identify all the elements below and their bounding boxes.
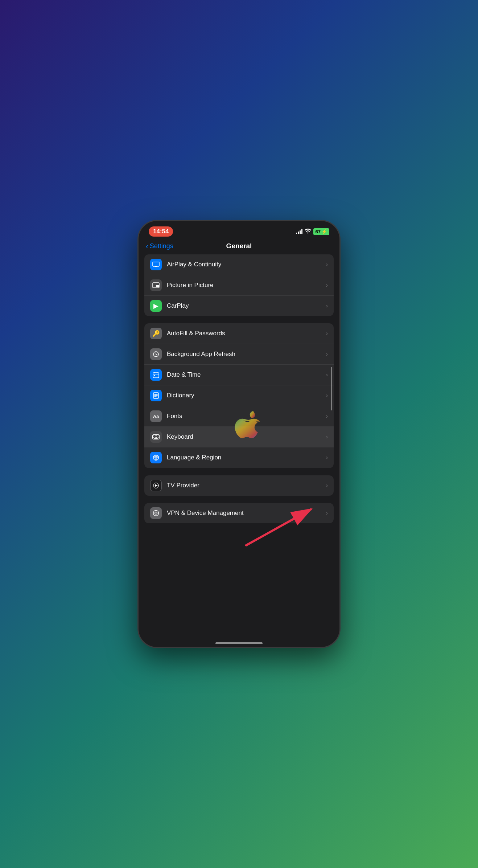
language-chevron: › [326,454,328,461]
settings-group-1: AirPlay & Continuity › Picture in Pictur… [144,254,334,316]
tv-provider-label: TV Provider [167,482,326,489]
svg-rect-4 [153,373,159,378]
status-bar: 14:54 67 ⚡ [139,221,339,240]
dictionary-chevron: › [326,392,328,399]
language-label: Language & Region [167,454,326,461]
dictionary-icon [150,390,162,401]
airplay-label: AirPlay & Continuity [167,261,326,268]
pip-icon [150,279,162,291]
keyboard-chevron: › [326,434,328,440]
back-button[interactable]: ‹ Settings [146,242,173,250]
phone-frame: 14:54 67 ⚡ [137,220,341,648]
settings-group-2: 🔑 AutoFill & Passwords › Background App … [144,323,334,468]
settings-content: AirPlay & Continuity › Picture in Pictur… [139,254,339,647]
scrollbar-track [331,323,332,468]
fonts-icon: Aa [150,410,162,422]
page-title: General [226,242,252,250]
svg-rect-10 [153,435,154,436]
background-refresh-chevron: › [326,351,328,357]
row-background-refresh[interactable]: Background App Refresh › [144,344,334,365]
settings-group-3: TV Provider › [144,475,334,496]
row-tv-provider[interactable]: TV Provider › [144,475,334,496]
tv-provider-icon [150,480,162,491]
airplay-chevron: › [326,261,328,268]
date-time-chevron: › [326,372,328,378]
vpn-icon [150,507,162,519]
nav-bar: ‹ Settings General [139,240,339,254]
pip-label: Picture in Picture [167,282,326,289]
svg-rect-2 [156,285,159,287]
svg-rect-16 [156,437,157,438]
settings-group-4: VPN & Device Management › [144,503,334,523]
back-label: Settings [150,242,173,250]
keyboard-label: Keyboard [167,433,326,441]
autofill-icon: 🔑 [150,328,162,339]
autofill-chevron: › [326,330,328,337]
scrollbar-thumb [331,367,332,410]
svg-rect-7 [154,375,155,376]
carplay-label: CarPlay [167,302,326,310]
vpn-label: VPN & Device Management [167,509,326,517]
date-time-icon [150,369,162,381]
svg-point-22 [155,512,157,514]
time-display: 14:54 [149,226,173,237]
background-refresh-icon [150,348,162,360]
wifi-icon [305,229,311,235]
chevron-left-icon: ‹ [146,242,148,250]
language-icon [150,452,162,463]
carplay-chevron: › [326,303,328,309]
fonts-label: Fonts [167,413,326,420]
background-refresh-label: Background App Refresh [167,351,326,358]
svg-rect-6 [157,372,157,373]
carplay-icon: ▶ [150,300,162,312]
fonts-chevron: › [326,413,328,419]
dictionary-label: Dictionary [167,392,326,399]
svg-rect-5 [154,372,155,373]
row-fonts[interactable]: Aa Fonts › [144,406,334,427]
row-language-region[interactable]: Language & Region › [144,447,334,468]
svg-rect-11 [155,435,156,436]
keyboard-icon [150,431,162,443]
airplay-icon [150,259,162,270]
signal-icon [296,229,302,234]
svg-rect-13 [158,435,158,436]
svg-rect-15 [155,437,156,438]
svg-rect-14 [153,437,154,438]
home-indicator [215,642,263,644]
date-time-label: Date & Time [167,371,326,378]
autofill-label: AutoFill & Passwords [167,330,326,337]
pip-chevron: › [326,282,328,288]
battery-indicator: 67 ⚡ [313,228,329,235]
row-carplay[interactable]: ▶ CarPlay › [144,296,334,316]
row-picture-in-picture[interactable]: Picture in Picture › [144,275,334,296]
row-date-time[interactable]: Date & Time › [144,365,334,385]
row-keyboard[interactable]: Keyboard › [144,427,334,447]
svg-rect-18 [154,438,158,439]
svg-rect-12 [156,435,157,436]
row-autofill[interactable]: 🔑 AutoFill & Passwords › [144,323,334,344]
vpn-chevron: › [326,510,328,516]
row-dictionary[interactable]: Dictionary › [144,385,334,406]
status-icons: 67 ⚡ [296,228,329,235]
svg-rect-17 [158,437,158,438]
tv-provider-chevron: › [326,482,328,489]
row-airplay-continuity[interactable]: AirPlay & Continuity › [144,254,334,275]
row-vpn-device[interactable]: VPN & Device Management › [144,503,334,523]
